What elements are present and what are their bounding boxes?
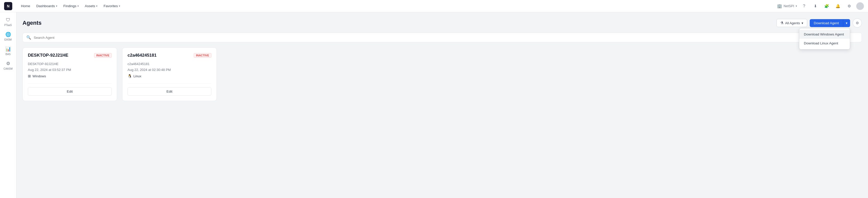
download-icon: ⬇	[814, 4, 817, 8]
card-header: c2a464245181 INACTIVE	[128, 53, 211, 58]
settings-button[interactable]: ⚙	[845, 2, 853, 10]
agent-timestamp: Aug 22, 2024 at 03:52:37 PM	[28, 67, 112, 73]
status-badge: INACTIVE	[94, 53, 112, 58]
easm-icon: 🌐	[5, 32, 11, 37]
download-agent-dropdown: Download Windows Agent Download Linux Ag…	[799, 28, 850, 49]
sidebar-item-bas[interactable]: 📊 BAS	[1, 44, 16, 58]
app-logo[interactable]: N	[4, 2, 12, 10]
agent-os: ⊞ Windows	[28, 73, 112, 79]
chevron-down-icon: ▾	[96, 5, 97, 7]
bas-icon: 📊	[5, 46, 11, 52]
page-title: Agents	[23, 19, 42, 26]
sidebar: 🛡 PTaaS 🌐 EASM 📊 BAS ⚙ CAASM	[0, 12, 17, 198]
nav-favorites[interactable]: Favorites ▾	[101, 3, 123, 9]
agent-os: 🐧 Linux	[128, 73, 211, 79]
download-agent-group: Download Agent ▾ Download Windows Agent …	[810, 19, 850, 27]
help-button[interactable]: ?	[800, 2, 808, 10]
card-body: DESKTOP-92J21HE Aug 22, 2024 at 03:52:37…	[28, 61, 112, 79]
sidebar-item-ptaas[interactable]: 🛡 PTaaS	[1, 15, 16, 29]
nav-links: Home Dashboards ▾ Findings ▾ Assets ▾ Fa…	[19, 3, 771, 9]
agent-settings-button[interactable]: ⚙	[852, 18, 862, 28]
bell-icon: 🔔	[836, 4, 840, 8]
agent-card: DESKTOP-92J21HE INACTIVE DESKTOP-92J21HE…	[23, 47, 117, 101]
notifications-button[interactable]: 🔔	[834, 2, 842, 10]
agents-grid: DESKTOP-92J21HE INACTIVE DESKTOP-92J21HE…	[23, 47, 862, 101]
page-header: Agents ⚗ All Agents ▾ Download Agent ▾	[23, 18, 862, 28]
ptaas-icon: 🛡	[6, 17, 10, 23]
sidebar-item-caasm[interactable]: ⚙ CAASM	[1, 59, 16, 72]
card-footer: Edit	[28, 83, 112, 96]
search-icon: 🔍	[26, 35, 31, 40]
agent-sub-hostname: DESKTOP-92J21HE	[28, 61, 112, 67]
sidebar-item-easm[interactable]: 🌐 EASM	[1, 30, 16, 43]
download-linux-agent-item[interactable]: Download Linux Agent	[799, 39, 850, 48]
header-actions: ⚗ All Agents ▾ Download Agent ▾ Download…	[776, 18, 862, 28]
download-agent-button[interactable]: Download Agent	[810, 19, 843, 27]
edit-agent-button[interactable]: Edit	[128, 87, 211, 96]
download-button[interactable]: ⬇	[811, 2, 819, 10]
status-badge: INACTIVE	[194, 53, 211, 58]
settings-circle-icon: ⚙	[856, 21, 859, 25]
agent-sub-hostname: c2a464245181	[128, 61, 211, 67]
nav-findings[interactable]: Findings ▾	[61, 3, 81, 9]
download-windows-agent-item[interactable]: Download Windows Agent	[799, 30, 850, 39]
extension-button[interactable]: 🧩	[823, 2, 831, 10]
agent-hostname: c2a464245181	[128, 53, 156, 58]
chevron-down-icon: ▾	[796, 5, 797, 7]
search-bar: 🔍	[23, 33, 862, 42]
download-agent-dropdown-arrow[interactable]: ▾	[843, 19, 850, 27]
card-footer: Edit	[128, 83, 211, 96]
nav-home[interactable]: Home	[19, 3, 33, 9]
filter-icon: ⚗	[780, 21, 784, 25]
extension-icon: 🧩	[824, 4, 829, 8]
building-icon: 🏢	[777, 4, 782, 8]
search-input[interactable]	[34, 36, 858, 40]
card-body: c2a464245181 Aug 22, 2024 at 02:30:48 PM…	[128, 61, 211, 79]
chevron-down-icon: ▾	[119, 5, 120, 7]
user-avatar[interactable]	[856, 2, 864, 10]
linux-icon: 🐧	[128, 73, 132, 79]
nav-right: 🏢 NetSPI ▾ ? ⬇ 🧩 🔔 ⚙	[777, 2, 864, 10]
all-agents-filter[interactable]: ⚗ All Agents ▾	[776, 19, 807, 27]
nav-dashboards[interactable]: Dashboards ▾	[34, 3, 60, 9]
agent-timestamp: Aug 22, 2024 at 02:30:48 PM	[128, 67, 211, 73]
org-selector[interactable]: 🏢 NetSPI ▾	[777, 4, 797, 8]
main-content: Agents ⚗ All Agents ▾ Download Agent ▾	[17, 12, 868, 198]
question-icon: ?	[803, 4, 805, 8]
caasm-icon: ⚙	[6, 61, 10, 66]
edit-agent-button[interactable]: Edit	[28, 87, 112, 96]
agent-card: c2a464245181 INACTIVE c2a464245181 Aug 2…	[122, 47, 217, 101]
chevron-down-icon: ▾	[802, 21, 803, 25]
chevron-down-icon: ▾	[846, 21, 847, 25]
nav-assets[interactable]: Assets ▾	[82, 3, 100, 9]
top-nav: N Home Dashboards ▾ Findings ▾ Assets ▾ …	[0, 0, 868, 12]
gear-icon: ⚙	[847, 4, 851, 8]
agent-hostname: DESKTOP-92J21HE	[28, 53, 68, 58]
card-header: DESKTOP-92J21HE INACTIVE	[28, 53, 112, 58]
windows-icon: ⊞	[28, 73, 31, 79]
chevron-down-icon: ▾	[78, 5, 79, 7]
chevron-down-icon: ▾	[56, 5, 57, 7]
